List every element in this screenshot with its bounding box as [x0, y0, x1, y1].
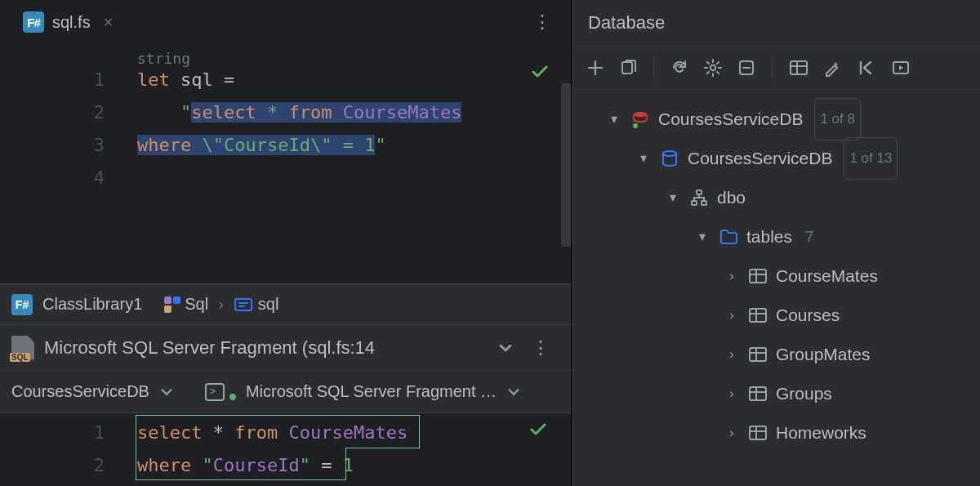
fsharp-editor[interactable]: 1 2 3 4 string let sql = "select * from … [0, 44, 571, 283]
table-icon [748, 266, 768, 286]
sql-fragment-title: Microsoft SQL Server Fragment (sql.fs:14 [44, 337, 375, 359]
breadcrumb-symbol[interactable]: sql [258, 295, 279, 314]
breadcrumb-project[interactable]: ClassLibrary1 [42, 295, 142, 314]
chevron-right-icon[interactable]: › [724, 296, 740, 335]
stop-icon[interactable] [737, 59, 755, 77]
svg-rect-0 [164, 297, 172, 304]
svg-point-15 [663, 151, 676, 156]
sql-editor-gutter: 1 2 [0, 413, 137, 486]
table-icon[interactable] [789, 59, 808, 77]
tree-schema-node[interactable]: ▾ dbo [585, 178, 975, 217]
svg-rect-18 [702, 201, 706, 205]
chevron-down-icon[interactable] [159, 385, 174, 399]
code-line-2[interactable]: "select * from CourseMates [137, 96, 571, 129]
tree-table-node[interactable]: › Groups [585, 374, 975, 413]
breadcrumb: F# ClassLibrary1 Sql › sql [0, 283, 571, 324]
sql-session-bar: CoursesServiceDB Microsoft SQL Server Fr… [0, 370, 571, 412]
table-icon [748, 345, 768, 364]
svg-rect-16 [697, 190, 702, 194]
svg-rect-2 [164, 305, 172, 313]
svg-point-7 [710, 65, 715, 70]
breadcrumb-sep: › [218, 295, 224, 314]
table-icon [748, 305, 768, 325]
svg-rect-31 [750, 426, 766, 439]
duplicate-icon[interactable] [619, 59, 637, 77]
table-icon [748, 384, 768, 404]
tree-table-node[interactable]: › CourseMates [585, 256, 975, 296]
status-dot-icon [229, 394, 236, 400]
chevron-down-icon[interactable]: ▾ [635, 139, 652, 178]
chevron-right-icon[interactable]: › [724, 413, 740, 453]
fsharp-file-icon: F# [23, 11, 44, 33]
sql-line-2[interactable]: where "CourseId" = 1 [137, 449, 571, 482]
sqlserver-icon [630, 109, 650, 129]
code-line-4[interactable] [137, 162, 571, 194]
code-area[interactable]: string let sql = "select * from CourseMa… [137, 44, 571, 283]
refresh-icon[interactable] [670, 59, 688, 77]
chevron-right-icon[interactable]: › [724, 256, 740, 296]
chevron-down-icon[interactable]: ▾ [665, 178, 681, 217]
svg-rect-6 [622, 62, 632, 74]
module-icon [163, 296, 181, 314]
console-icon [205, 383, 225, 401]
database-tree[interactable]: ▾ CoursesServiceDB 1 of 8 ▾ CoursesServi… [572, 90, 980, 453]
panel-more-icon[interactable]: ⋮ [523, 337, 559, 359]
inspection-ok-icon[interactable] [528, 420, 548, 439]
svg-rect-25 [750, 348, 766, 361]
tree-database-node[interactable]: ▾ CoursesServiceDB 1 of 13 [585, 139, 975, 178]
editor-tab-sqlfs[interactable]: F# sql.fs × [11, 0, 124, 44]
tree-tables-folder[interactable]: ▾ tables 7 [585, 217, 975, 256]
svg-point-14 [633, 123, 638, 128]
svg-rect-9 [791, 61, 807, 74]
edit-icon[interactable] [823, 59, 841, 77]
sql-fragment-panel-header: SQL Microsoft SQL Server Fragment (sql.f… [0, 324, 571, 370]
run-icon[interactable] [892, 59, 910, 77]
folder-icon [719, 227, 738, 247]
tree-server-node[interactable]: ▾ CoursesServiceDB 1 of 8 [585, 100, 975, 139]
sql-file-icon: SQL [11, 336, 34, 360]
session-description[interactable]: Microsoft SQL Server Fragment … [246, 382, 497, 401]
chevron-right-icon[interactable]: › [724, 335, 740, 374]
jump-to-source-icon[interactable] [856, 59, 877, 77]
svg-rect-22 [750, 309, 766, 322]
chevron-down-icon[interactable]: ▾ [606, 100, 622, 139]
breadcrumb-module[interactable]: Sql [185, 295, 208, 314]
tab-filename: sql.fs [52, 13, 91, 32]
editor-gutter: 1 2 3 4 [0, 44, 137, 283]
fsharp-project-icon: F# [11, 294, 33, 315]
tab-more-icon[interactable]: ⋮ [525, 11, 561, 33]
code-line-3[interactable]: where \"CourseId\" = 1" [137, 129, 571, 162]
chevron-right-icon[interactable]: › [724, 374, 740, 413]
inspection-ok-icon[interactable] [530, 62, 550, 82]
count-badge: 1 of 8 [814, 98, 861, 140]
sql-line-1[interactable]: select * from CourseMates [137, 417, 571, 449]
svg-rect-3 [235, 299, 252, 310]
database-icon [660, 149, 679, 168]
tree-table-node[interactable]: › Homeworks [585, 413, 975, 453]
code-line-1[interactable]: let sql = [137, 64, 571, 96]
tree-table-node[interactable]: › GroupMates [585, 335, 975, 374]
sql-code-area[interactable]: select * from CourseMates where "CourseI… [137, 413, 571, 486]
database-toolbar [572, 46, 980, 90]
type-hint: string [137, 42, 190, 75]
svg-rect-19 [750, 270, 766, 283]
editor-scrollbar[interactable] [561, 83, 571, 247]
table-icon [748, 423, 768, 443]
close-tab-icon[interactable]: × [104, 13, 114, 32]
count-label: 7 [805, 217, 814, 256]
gear-icon[interactable] [703, 58, 723, 78]
session-database[interactable]: CoursesServiceDB [11, 382, 149, 401]
tree-table-node[interactable]: › Courses [585, 296, 975, 335]
field-icon [234, 295, 253, 314]
database-panel-title: Database [572, 0, 980, 46]
chevron-down-icon[interactable] [506, 385, 521, 399]
editor-tabstrip: F# sql.fs × ⋮ [0, 0, 571, 44]
svg-rect-28 [750, 387, 766, 400]
chevron-down-icon[interactable]: ▾ [694, 217, 710, 256]
schema-icon [689, 188, 709, 207]
svg-rect-1 [173, 297, 180, 304]
add-icon[interactable] [586, 59, 604, 77]
svg-rect-17 [692, 201, 697, 205]
sql-fragment-editor[interactable]: 1 2 select * from CourseMates where "Cou… [0, 412, 571, 486]
chevron-down-icon[interactable] [497, 340, 514, 356]
